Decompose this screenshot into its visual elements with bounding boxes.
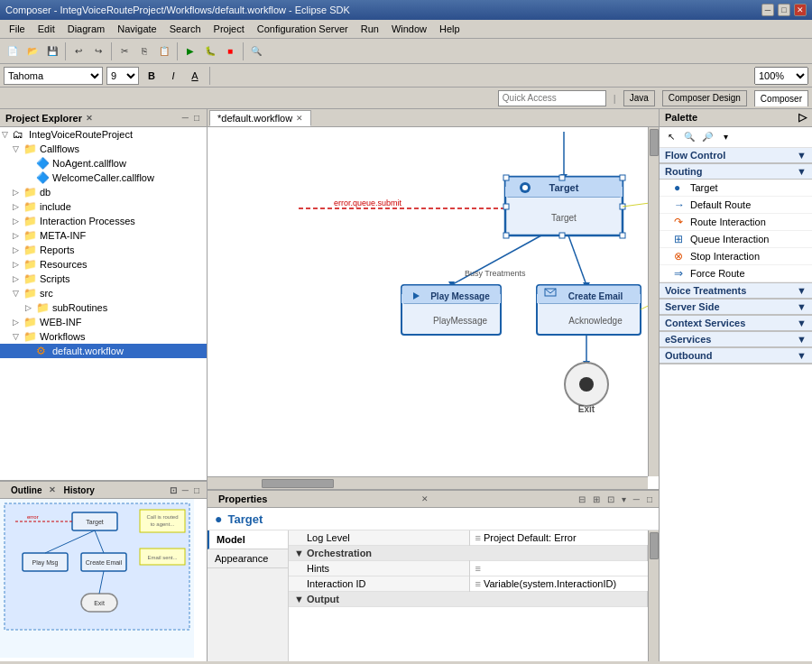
underline-button[interactable]: A <box>186 67 204 85</box>
tree-item-workflows[interactable]: ▽ 📁 Workflows <box>0 329 207 344</box>
tree-item-src[interactable]: ▽ 📁 src <box>0 286 207 300</box>
panel-maximize-icon[interactable]: □ <box>192 112 201 124</box>
open-button[interactable]: 📂 <box>23 42 42 60</box>
tree-item-resources[interactable]: ▷ 📁 Resources <box>0 257 207 272</box>
java-view-button[interactable]: Java <box>623 90 655 106</box>
copy-button[interactable]: ⎘ <box>135 42 153 60</box>
properties-tab[interactable]: Properties <box>211 492 274 506</box>
debug-button[interactable]: 🐛 <box>201 42 219 60</box>
zoom-select[interactable]: 100% <box>754 67 808 85</box>
tree-item-db[interactable]: ▷ 📁 db <box>0 185 207 199</box>
menu-item-run[interactable]: Run <box>355 22 384 36</box>
props-ctrl-3[interactable]: ⊡ <box>604 493 617 505</box>
palette-section-context-services-header[interactable]: Context Services ▼ <box>660 316 812 331</box>
tree-item-meta-inf[interactable]: ▷ 📁 META-INF <box>0 228 207 243</box>
palette-select-tool[interactable]: ↖ <box>663 129 679 145</box>
italic-button[interactable]: I <box>164 67 182 85</box>
menu-item-project[interactable]: Project <box>208 22 250 36</box>
outline-minimize-icon[interactable]: ─ <box>180 484 190 496</box>
tree-item-callflows[interactable]: ▽ 📁 Callflows <box>0 142 207 156</box>
quick-access-input[interactable] <box>498 90 606 106</box>
panel-minimize-icon[interactable]: ─ <box>180 112 190 124</box>
tree-item-include[interactable]: ▷ 📁 include <box>0 199 207 214</box>
menu-item-help[interactable]: Help <box>434 22 466 36</box>
props-ctrl-2[interactable]: ⊞ <box>590 493 603 505</box>
tab-close-icon[interactable]: ✕ <box>296 114 303 123</box>
props-section-orchestration[interactable]: ▼ Orchestration <box>289 546 648 561</box>
menu-item-edit[interactable]: Edit <box>32 22 60 36</box>
search-button[interactable]: 🔍 <box>247 42 265 60</box>
tree-item-webinf[interactable]: ▷ 📁 WEB-INF <box>0 315 207 329</box>
menu-item-window[interactable]: Window <box>386 22 432 36</box>
minimize-button[interactable]: ─ <box>761 4 774 16</box>
outline-ctrl-1[interactable]: ⊡ <box>168 484 179 496</box>
props-val-interactionid[interactable]: ≡Variable(system.InteractionID) <box>469 576 648 592</box>
props-ctrl-1[interactable]: ⊟ <box>576 493 588 505</box>
undo-button[interactable]: ↩ <box>69 42 88 60</box>
props-section-output[interactable]: ▼ Output <box>289 592 648 607</box>
outline-maximize-icon[interactable]: □ <box>192 484 201 496</box>
tree-item-noagent[interactable]: 🔷 NoAgent.callflow <box>0 156 207 171</box>
new-button[interactable]: 📄 <box>4 42 22 60</box>
composer-view-button[interactable]: Composer <box>754 90 808 106</box>
menu-item-navigate[interactable]: Navigate <box>112 22 161 36</box>
maximize-button[interactable]: □ <box>778 4 790 16</box>
editor-scrollbar-x[interactable] <box>208 476 648 489</box>
toggle-root[interactable]: ▽ <box>2 130 13 139</box>
save-button[interactable]: 💾 <box>43 42 61 60</box>
menu-item-search[interactable]: Search <box>164 22 207 36</box>
props-maximize-icon[interactable]: □ <box>644 493 655 505</box>
palette-expand-icon[interactable]: ▷ <box>798 111 807 124</box>
run-button[interactable]: ▶ <box>181 42 199 60</box>
tree-item-reports[interactable]: ▷ 📁 Reports <box>0 243 207 257</box>
props-minimize-icon[interactable]: ─ <box>631 493 642 505</box>
palette-section-outbound-header[interactable]: Outbound ▼ <box>660 348 812 364</box>
tree-item-subroutines[interactable]: ▷ 📁 subRoutines <box>0 300 207 315</box>
history-tab[interactable]: History <box>58 484 99 496</box>
props-ctrl-4[interactable]: ▾ <box>619 493 629 505</box>
stop-button[interactable]: ■ <box>221 42 239 60</box>
scrollbar-thumb-x[interactable] <box>262 479 334 488</box>
tree-item-interaction-processes[interactable]: ▷ 📁 Interaction Processes <box>0 214 207 228</box>
palette-item-route-interaction[interactable]: ↷ Route Interaction <box>660 214 812 231</box>
tree-item-default-workflow[interactable]: ⚙ default.workflow <box>0 344 207 358</box>
props-scrollbar-thumb[interactable] <box>650 532 659 559</box>
palette-section-flow-control-header[interactable]: Flow Control ▼ <box>660 148 812 163</box>
palette-item-target[interactable]: ● Target <box>660 180 812 197</box>
scrollbar-thumb-y[interactable] <box>650 129 659 156</box>
paste-button[interactable]: 📋 <box>155 42 173 60</box>
props-appearance-tab[interactable]: Appearance <box>208 549 288 568</box>
palette-item-force-route[interactable]: ⇒ Force Route <box>660 265 812 282</box>
palette-zoom-in[interactable]: 🔍 <box>681 129 697 145</box>
menu-item-file[interactable]: File <box>4 22 31 36</box>
props-model-tab[interactable]: Model <box>208 530 288 549</box>
menu-item-diagram[interactable]: Diagram <box>62 22 111 36</box>
palette-section-routing-header[interactable]: Routing ▼ <box>660 164 812 180</box>
close-button[interactable]: ✕ <box>794 4 807 16</box>
props-row-orchestration[interactable]: ▼ Orchestration <box>289 546 648 561</box>
props-val-loglevel[interactable]: ≡Project Default: Error <box>469 530 648 546</box>
palette-item-default-route[interactable]: → Default Route <box>660 197 812 214</box>
props-val-hints[interactable]: ≡ <box>469 561 648 576</box>
palette-item-stop-interaction[interactable]: ⊗ Stop Interaction <box>660 248 812 265</box>
toggle-callflows[interactable]: ▽ <box>13 144 23 153</box>
props-row-output[interactable]: ▼ Output <box>289 592 648 607</box>
palette-section-eservices-header[interactable]: eServices ▼ <box>660 332 812 347</box>
bold-button[interactable]: B <box>143 67 161 85</box>
editor-scrollbar-y[interactable] <box>648 127 659 476</box>
palette-zoom-out[interactable]: 🔎 <box>699 129 715 145</box>
font-size-select[interactable]: 9 <box>106 67 139 85</box>
tree-item-scripts[interactable]: ▷ 📁 Scripts <box>0 272 207 286</box>
tree-item-root[interactable]: ▽ 🗂 IntegVoiceRouteProject <box>0 127 207 142</box>
palette-item-queue-interaction[interactable]: ⊞ Queue Interaction <box>660 231 812 248</box>
cut-button[interactable]: ✂ <box>115 42 134 60</box>
palette-section-server-side-header[interactable]: Server Side ▼ <box>660 300 812 315</box>
palette-section-voice-treatments-header[interactable]: Voice Treatments ▼ <box>660 283 812 299</box>
menu-item-configuration-server[interactable]: Configuration Server <box>252 22 354 36</box>
composer-design-view-button[interactable]: Composer Design <box>662 90 747 106</box>
palette-settings[interactable]: ▾ <box>717 129 734 145</box>
tree-item-welcomecaller[interactable]: 🔷 WelcomeCaller.callflow <box>0 171 207 185</box>
font-select[interactable]: Tahoma <box>4 67 103 85</box>
redo-button[interactable]: ↪ <box>89 42 107 60</box>
workflow-editor-tab[interactable]: *default.workflow ✕ <box>209 110 311 126</box>
